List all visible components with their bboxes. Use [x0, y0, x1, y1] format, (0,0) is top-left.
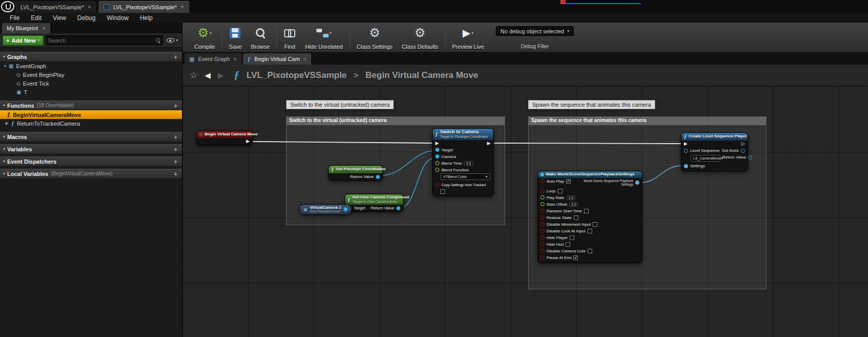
tree-item-event-tick[interactable]: ◇ Event Tick: [0, 79, 182, 88]
start-offset-field[interactable]: 0.0: [569, 202, 578, 207]
expand-arrow-icon[interactable]: ▾: [3, 54, 5, 59]
expand-arrow-icon[interactable]: ▾: [3, 147, 5, 151]
tab-my-blueprint[interactable]: My Blueprint ×: [2, 23, 50, 33]
hide-player-pin[interactable]: [540, 235, 544, 240]
section-event-dispatchers[interactable]: ▾ Event Dispatchers ＋: [0, 156, 182, 166]
blend-time-pin[interactable]: [435, 161, 439, 165]
add-function-button[interactable]: ＋: [172, 102, 179, 109]
start-offset-pin[interactable]: [540, 202, 544, 206]
node-begin-virtual-camera-move[interactable]: ◇ Begin Virtual Camera Move ▶: [196, 131, 253, 145]
target-pin[interactable]: [435, 148, 439, 152]
node-make-playback-settings[interactable]: Make MovieSceneSequencePlaybackSettings …: [537, 171, 642, 263]
section-local-variables[interactable]: ▾ Local Variables (BeginVirtualCameraMov…: [0, 169, 182, 179]
asset-tab-inactive[interactable]: LVL_PixotopeVSSample* ×: [15, 1, 96, 13]
chevron-down-icon[interactable]: ▾: [330, 31, 332, 35]
save-button[interactable]: Save: [224, 24, 246, 51]
breadcrumb-root[interactable]: LVL_PixotopeVSSample: [247, 70, 347, 81]
camera-pin[interactable]: [435, 154, 439, 158]
blend-function-dropdown[interactable]: VTBlend Cubic ▾: [440, 173, 490, 180]
add-graph-button[interactable]: ＋: [172, 53, 179, 60]
menu-file[interactable]: File: [4, 14, 25, 22]
section-graphs[interactable]: ▾ Graphs ＋: [0, 52, 182, 62]
class-settings-button[interactable]: ⚙ Class Settings: [352, 24, 397, 51]
visibility-filter-button[interactable]: ▾: [165, 38, 179, 43]
exec-out-pin[interactable]: ▷: [741, 142, 745, 146]
loop-checkbox[interactable]: [558, 189, 562, 193]
return-value-pin[interactable]: [376, 175, 380, 179]
search-box[interactable]: [46, 35, 163, 45]
restore-state-pin[interactable]: [540, 215, 544, 220]
disable-camera-cuts-pin[interactable]: [540, 249, 544, 253]
exec-out-pin[interactable]: ▶: [246, 139, 250, 144]
expand-arrow-icon[interactable]: ▾: [3, 159, 5, 164]
restore-state-checkbox[interactable]: [574, 215, 578, 220]
menu-edit[interactable]: Edit: [25, 14, 47, 22]
copy-settings-checkbox[interactable]: [440, 189, 445, 194]
hide-player-checkbox[interactable]: [570, 235, 574, 240]
comment-box-title[interactable]: Switch to the virtual (untracked) camera: [287, 117, 504, 125]
disable-look-at-input-pin[interactable]: [540, 229, 544, 233]
tab-event-graph[interactable]: ▦ Event Graph ×: [185, 53, 241, 65]
add-macro-button[interactable]: ＋: [172, 133, 179, 140]
function-item-returntotrackedcamera[interactable]: ★ ƒ ReturnToTrackedCamera: [0, 119, 182, 128]
expand-arrow-icon[interactable]: ▾: [3, 103, 5, 108]
pause-at-end-checkbox[interactable]: ✔: [573, 255, 578, 260]
debug-object-dropdown[interactable]: No debug object selected ▾: [496, 26, 574, 36]
preview-live-button[interactable]: ▶ ▾ Preview Live: [448, 24, 489, 51]
exec-out-pin[interactable]: ▶: [487, 141, 491, 146]
node-virtual-camera-variable[interactable]: ▣ VirtualCamera 1 From Persistent Level: [299, 204, 352, 215]
close-icon[interactable]: ×: [42, 25, 45, 31]
level-sequence-pin[interactable]: [684, 149, 688, 153]
chevron-down-icon[interactable]: ▾: [210, 31, 212, 35]
expand-arrow-icon[interactable]: ▾: [3, 134, 5, 139]
find-button[interactable]: Find: [279, 24, 300, 51]
variable-out-pin[interactable]: [344, 207, 348, 211]
hide-unrelated-button[interactable]: ▾ Hide Unrelated: [300, 24, 347, 51]
close-icon[interactable]: ×: [180, 4, 184, 11]
settings-pin[interactable]: [684, 164, 688, 168]
back-button[interactable]: ◀: [205, 71, 211, 80]
hide-hud-checkbox[interactable]: [566, 242, 570, 247]
close-icon[interactable]: ×: [88, 4, 91, 11]
node-get-pixotope-coordinator[interactable]: ƒ Get Pixotope Coordinator Return Value: [328, 165, 383, 181]
section-functions[interactable]: ▾ Functions (18 Overridable) ＋: [0, 101, 182, 110]
add-event-dispatcher-button[interactable]: ＋: [172, 158, 179, 165]
search-input[interactable]: [48, 37, 156, 44]
expand-arrow-icon[interactable]: ▾: [3, 171, 5, 176]
add-local-variable-button[interactable]: ＋: [172, 170, 179, 177]
exec-in-pin[interactable]: ▶: [684, 142, 688, 146]
section-macros[interactable]: ▾ Macros ＋: [0, 132, 182, 142]
add-variable-button[interactable]: ＋: [172, 146, 179, 152]
menu-window[interactable]: Window: [101, 14, 134, 22]
graph-canvas[interactable]: Switch to the virtual (untracked) camera…: [183, 86, 868, 337]
chevron-down-icon[interactable]: ▾: [472, 31, 474, 35]
node-switch-to-camera[interactable]: ƒ Switch to Camera Target is Pixotope Co…: [432, 128, 494, 196]
tree-item-t[interactable]: ▣ T: [0, 88, 182, 96]
blend-time-field[interactable]: 0.5: [464, 161, 473, 166]
play-rate-pin[interactable]: [540, 195, 544, 200]
disable-movement-input-pin[interactable]: [540, 222, 544, 226]
compile-button[interactable]: ⚙ ▾ Compile: [190, 24, 219, 51]
blend-function-pin[interactable]: [435, 168, 439, 172]
forward-button[interactable]: ▶: [218, 71, 224, 80]
close-icon[interactable]: ×: [233, 56, 236, 62]
class-defaults-button[interactable]: ⚙ Class Defaults: [397, 24, 443, 51]
menu-debug[interactable]: Debug: [72, 14, 101, 22]
loop-pin[interactable]: [540, 189, 544, 193]
section-variables[interactable]: ▾ Variables ＋: [0, 144, 182, 154]
menu-view[interactable]: View: [47, 14, 72, 22]
random-start-time-pin[interactable]: [540, 209, 544, 213]
asset-tab-active[interactable]: LVL_PixotopeVSSample* ×: [98, 1, 189, 13]
copy-settings-pin[interactable]: [435, 183, 439, 187]
disable-movement-input-checkbox[interactable]: [593, 222, 597, 227]
settings-out-pin[interactable]: [635, 181, 639, 185]
hide-hud-pin[interactable]: [540, 242, 544, 246]
play-rate-field[interactable]: 1.0: [567, 195, 576, 200]
auto-play-checkbox[interactable]: ✔: [566, 179, 571, 184]
out-actor-pin[interactable]: [741, 149, 745, 153]
browse-button[interactable]: Browse: [246, 24, 274, 51]
expand-arrow-icon[interactable]: ▾: [4, 64, 6, 68]
disable-look-at-input-checkbox[interactable]: [588, 229, 592, 233]
exec-in-pin[interactable]: ▶: [435, 141, 439, 146]
add-new-button[interactable]: + Add New ▾: [3, 35, 44, 46]
